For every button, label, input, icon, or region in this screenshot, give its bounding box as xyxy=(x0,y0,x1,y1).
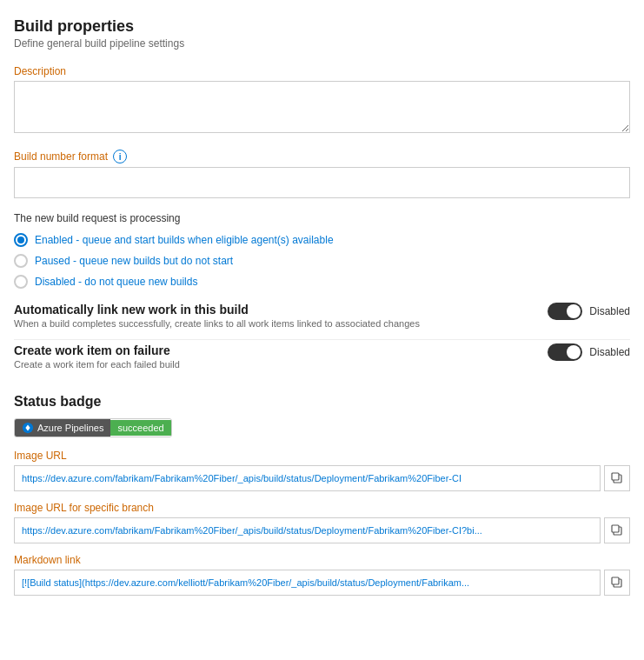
auto-link-title: Automatically link new work in this buil… xyxy=(14,303,534,317)
image-url-branch-input[interactable] xyxy=(14,517,601,543)
radio-disabled-circle xyxy=(14,275,28,289)
image-url-branch-label: Image URL for specific branch xyxy=(14,502,630,514)
radio-disabled[interactable]: Disabled - do not queue new builds xyxy=(14,275,630,289)
build-number-format-label: Build number format i xyxy=(14,150,630,163)
build-number-format-input[interactable] xyxy=(14,167,630,198)
description-label: Description xyxy=(14,65,630,77)
badge-left: Azure Pipelines xyxy=(15,419,110,437)
copy-icon xyxy=(611,472,623,484)
radio-disabled-label: Disabled - do not queue new builds xyxy=(35,276,197,288)
processing-text: The new build request is processing xyxy=(14,212,630,224)
svg-rect-6 xyxy=(612,577,619,584)
create-work-item-toggle-row: Create work item on failure Create a wor… xyxy=(14,343,630,380)
image-url-field: Image URL xyxy=(14,450,630,491)
auto-link-desc: When a build completes successfully, cre… xyxy=(14,318,534,329)
radio-enabled[interactable]: Enabled - queue and start builds when el… xyxy=(14,233,630,247)
image-url-copy-button[interactable] xyxy=(604,465,630,491)
create-work-item-title: Create work item on failure xyxy=(14,343,534,357)
badge-right-text: succeeded xyxy=(110,420,170,436)
auto-link-toggle-row: Automatically link new work in this buil… xyxy=(14,303,630,340)
copy-icon xyxy=(611,524,623,537)
build-number-format-info-icon[interactable]: i xyxy=(113,150,127,163)
description-input[interactable] xyxy=(14,81,630,133)
radio-paused[interactable]: Paused - queue new builds but do not sta… xyxy=(14,254,630,268)
page-title: Build properties xyxy=(14,17,630,36)
status-badge-section: Status badge Azure Pipelines succeeded I… xyxy=(14,394,630,596)
markdown-link-field: Markdown link xyxy=(14,554,630,596)
create-work-item-toggle-switch[interactable] xyxy=(548,343,582,361)
badge-preview: Azure Pipelines succeeded xyxy=(14,418,172,437)
svg-rect-2 xyxy=(612,473,619,480)
badge-left-text: Azure Pipelines xyxy=(37,423,103,433)
markdown-link-label: Markdown link xyxy=(14,554,630,566)
page-subtitle: Define general build pipeline settings xyxy=(14,37,630,50)
create-work-item-status: Disabled xyxy=(589,346,630,358)
auto-link-status: Disabled xyxy=(589,305,630,317)
auto-link-toggle-switch[interactable] xyxy=(548,303,582,320)
markdown-link-input[interactable] xyxy=(14,570,601,596)
image-url-input[interactable] xyxy=(14,465,601,491)
image-url-label: Image URL xyxy=(14,450,630,462)
radio-paused-circle xyxy=(14,254,28,268)
copy-icon xyxy=(611,577,623,589)
queue-status-radio-group: Enabled - queue and start builds when el… xyxy=(14,233,630,289)
markdown-link-copy-button[interactable] xyxy=(604,570,630,596)
create-work-item-desc: Create a work item for each failed build xyxy=(14,359,534,370)
radio-enabled-circle xyxy=(14,233,28,247)
azure-pipelines-icon xyxy=(22,422,34,434)
image-url-branch-copy-button[interactable] xyxy=(604,517,630,543)
radio-paused-label: Paused - queue new builds but do not sta… xyxy=(35,255,233,267)
image-url-branch-field: Image URL for specific branch xyxy=(14,502,630,543)
radio-enabled-label: Enabled - queue and start builds when el… xyxy=(35,234,334,246)
status-badge-title: Status badge xyxy=(14,394,630,410)
svg-rect-4 xyxy=(612,525,619,532)
